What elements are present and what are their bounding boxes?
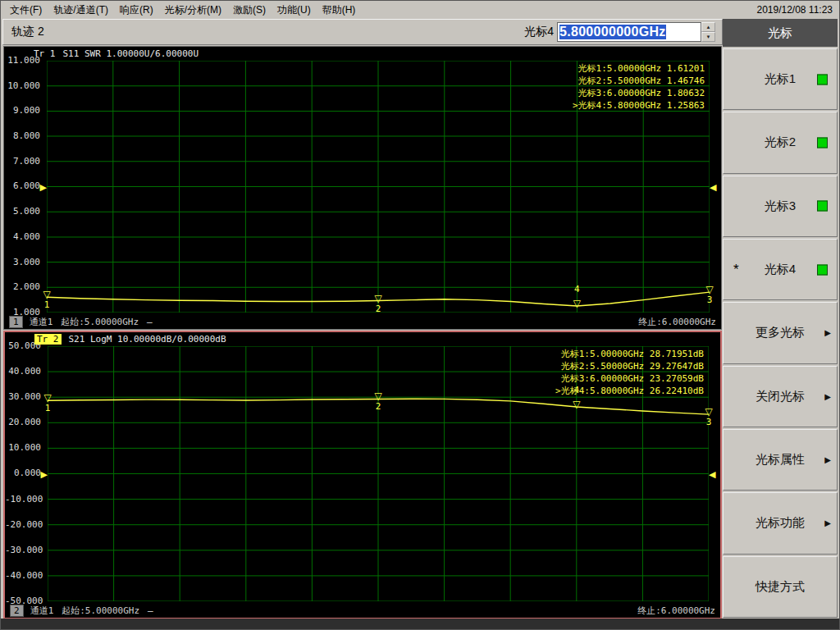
marker-number: 2 xyxy=(376,304,381,313)
marker-symbol-icon: ▽ xyxy=(374,294,381,302)
frequency-stepper: ▲ ▼ xyxy=(701,22,715,42)
y-axis-tick: 2.000 xyxy=(4,281,43,293)
sidebar-item-label: 快捷方式 xyxy=(756,579,805,595)
ref-level-right-arrow-icon: ◀ xyxy=(710,183,716,191)
marker-number: 3 xyxy=(707,295,713,304)
marker-number: 2 xyxy=(376,402,381,411)
led-indicator xyxy=(817,137,828,148)
marker-symbol-icon: ▽ xyxy=(705,285,713,294)
sidebar-item-shortcuts[interactable]: 快捷方式 xyxy=(723,556,838,618)
submenu-arrow-icon: ▶ xyxy=(824,518,831,527)
y-axis-tick: 40.000 xyxy=(5,366,44,377)
sidebar-item-label: 光标属性 xyxy=(756,452,805,468)
chart-panel-s21-logm[interactable]: Tr 2 S21 LogM 10.00000dB/0.00000dB 50.00… xyxy=(3,331,722,619)
menu-response[interactable]: 响应(R) xyxy=(114,3,159,17)
plot-area: 光标1:5.00000GHz 28.71951dB光标2:5.50000GHz … xyxy=(48,346,709,601)
sidebar-item-label: 光标3 xyxy=(765,199,796,214)
marker-entry-cluster: 光标4 5.800000000GHz ▲ ▼ xyxy=(524,22,715,42)
spin-down-icon[interactable]: ▼ xyxy=(701,32,715,42)
sidebar-item-close-markers[interactable]: 关闭光标 ▶ xyxy=(723,366,838,427)
marker-symbol-icon: ▽ xyxy=(43,290,50,299)
menu-stimulus[interactable]: 激励(S) xyxy=(227,3,272,17)
sidebar-item-marker-functions[interactable]: 光标功能 ▶ xyxy=(723,492,838,554)
sidebar-item-label: 光标4 xyxy=(765,262,796,277)
menu-marker-analysis[interactable]: 光标/分析(M) xyxy=(159,3,227,17)
sidebar-item-marker4[interactable]: * 光标4 xyxy=(723,239,838,300)
menu-trace-channel[interactable]: 轨迹/通道(T) xyxy=(48,3,114,17)
marker-readout: 光标3:6.00000GHz 23.27059dB xyxy=(555,372,704,385)
marker-symbol-icon: ▽ xyxy=(43,394,51,402)
submenu-arrow-icon: ▶ xyxy=(824,455,831,464)
marker-readout: 光标1:5.00000GHz 28.71951dB xyxy=(555,348,704,360)
sweep-indicator: — xyxy=(147,317,153,327)
sidebar-title: 光标 xyxy=(723,19,838,47)
marker-entry-label: 光标4 xyxy=(524,25,554,39)
y-axis: 50.00040.00030.00020.00010.0000.000-10.0… xyxy=(5,340,44,607)
active-softkey-indicator: * xyxy=(733,262,739,278)
y-axis-tick: 1.000 xyxy=(4,307,43,318)
y-axis-tick: 20.000 xyxy=(5,417,44,428)
channel-status-bar: 1 通道1 起始:5.00000GHz — 终止:6.00000GHz xyxy=(4,314,721,329)
y-axis-tick: 8.000 xyxy=(4,130,43,142)
y-axis-tick: 0.000 xyxy=(5,468,44,479)
measurement-label: S11 SWR 1.00000U/6.00000U xyxy=(63,48,199,59)
stop-frequency: 终止:6.00000GHz xyxy=(637,605,715,617)
chart-panel-s11-swr[interactable]: Tr 1 S11 SWR 1.00000U/6.00000U 11.00010.… xyxy=(3,46,722,330)
stop-frequency: 终止:6.00000GHz xyxy=(638,316,716,328)
led-indicator xyxy=(817,264,828,275)
marker-readout: >光标4:5.80000GHz 1.25863 xyxy=(573,99,705,112)
sidebar-item-marker1[interactable]: 光标1 xyxy=(723,48,838,110)
y-axis-tick: 9.000 xyxy=(4,105,43,116)
sidebar-item-more-markers[interactable]: 更多光标 ▶ xyxy=(723,302,838,363)
marker-frequency-input[interactable]: 5.800000000GHz xyxy=(557,22,701,42)
marker-readout: 光标2:5.50000GHz 1.46746 xyxy=(573,75,705,87)
start-frequency: 起始:5.00000GHz xyxy=(61,316,139,328)
sidebar-item-marker-properties[interactable]: 光标属性 ▶ xyxy=(723,429,838,491)
y-axis-tick: 5.000 xyxy=(4,206,43,217)
marker-readout: 光标3:6.00000GHz 1.80632 xyxy=(573,87,705,99)
menu-file[interactable]: 文件(F) xyxy=(4,3,48,17)
y-axis-tick: -10.000 xyxy=(5,494,44,505)
y-axis-tick: 30.000 xyxy=(5,391,44,403)
toolbar: 轨迹 2 光标4 5.800000000GHz ▲ ▼ xyxy=(2,19,723,45)
trace-indicator[interactable]: 轨迹 2 xyxy=(11,25,44,39)
ref-level-right-arrow-icon: ◀ xyxy=(709,470,715,478)
led-indicator xyxy=(817,201,828,212)
ref-level-left-arrow-icon: ▶ xyxy=(41,470,48,478)
chart-header: Tr 1 S11 SWR 1.00000U/6.00000U xyxy=(34,48,199,59)
marker-number: 4 xyxy=(574,285,580,294)
y-axis-tick: 10.000 xyxy=(4,80,43,92)
menu-help[interactable]: 帮助(H) xyxy=(317,3,362,17)
sweep-indicator: — xyxy=(148,605,153,616)
clock: 2019/12/08 11:23 xyxy=(756,4,833,16)
y-axis-tick: -40.000 xyxy=(5,570,44,582)
menu-utility[interactable]: 功能(U) xyxy=(272,3,317,17)
softkey-sidebar: 光标 光标1 光标2 光标3 * 光标4 更多光标 ▶ 关闭光标 ▶ 光标属性 xyxy=(723,19,838,618)
y-axis-tick: -20.000 xyxy=(5,519,44,531)
marker-number: 3 xyxy=(706,418,712,427)
ref-level-left-arrow-icon: ▶ xyxy=(40,183,47,191)
y-axis-tick: 6.000 xyxy=(4,180,43,192)
sidebar-item-label: 光标1 xyxy=(765,71,796,87)
sidebar-item-label: 光标2 xyxy=(765,135,796,150)
sidebar-item-label: 关闭光标 xyxy=(756,389,805,404)
trace-label: Tr 2 xyxy=(34,334,62,345)
y-axis-tick: 4.000 xyxy=(4,231,43,243)
y-axis-tick: -50.000 xyxy=(5,596,44,607)
chart-header: Tr 2 S21 LogM 10.00000dB/0.00000dB xyxy=(34,334,226,345)
sidebar-item-marker3[interactable]: 光标3 xyxy=(723,176,838,237)
marker-number: 4 xyxy=(573,386,579,395)
marker-symbol-icon: ▽ xyxy=(705,408,712,416)
sidebar-item-marker2[interactable]: 光标2 xyxy=(723,112,838,173)
submenu-arrow-icon: ▶ xyxy=(824,328,831,337)
marker-symbol-icon: ▽ xyxy=(573,299,581,308)
marker-symbol-icon: ▽ xyxy=(374,392,381,400)
trace-label: Tr 1 xyxy=(34,48,56,59)
y-axis: 11.00010.0009.0008.0007.0006.0005.0004.0… xyxy=(4,55,43,318)
marker-number: 1 xyxy=(44,300,50,309)
spin-up-icon[interactable]: ▲ xyxy=(701,22,715,32)
bottom-edge xyxy=(1,619,839,629)
marker-number: 1 xyxy=(45,404,51,413)
submenu-arrow-icon: ▶ xyxy=(824,392,831,401)
marker-readout: 光标1:5.00000GHz 1.61201 xyxy=(573,62,705,75)
